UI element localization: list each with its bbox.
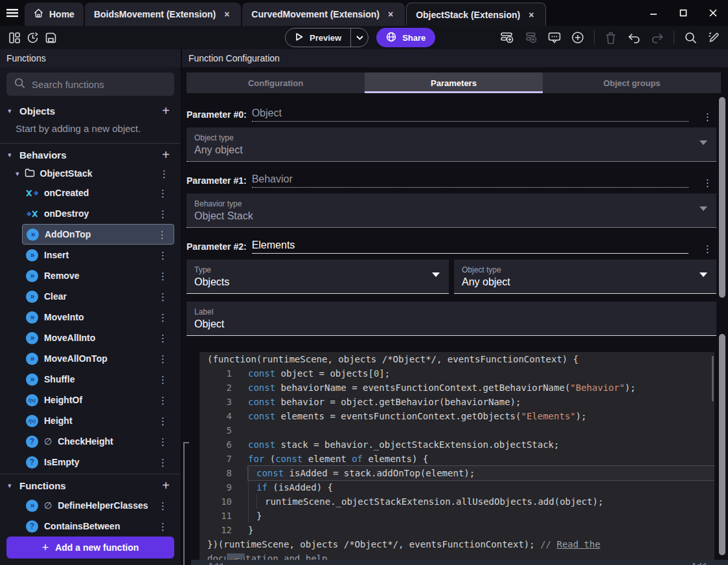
add-button-partial[interactable]: Add... [208,562,229,565]
documentation-link[interactable]: Read the [556,539,600,549]
caret-down-icon[interactable]: ▾ [16,170,19,178]
kebab-menu-icon[interactable]: ⋮ [154,501,172,511]
caret-down-icon[interactable]: ▾ [8,151,14,159]
behavior-folder-objectstack[interactable]: ▾ ObjectStack ⋮ [0,164,181,183]
add-comment-icon[interactable] [545,28,563,47]
kebab-menu-icon[interactable]: ⋮ [154,522,172,531]
undo-icon[interactable] [625,28,643,47]
kebab-menu-icon[interactable]: ⋮ [154,313,172,322]
dropdown-type[interactable]: TypeObjects [187,260,449,294]
dropdown-object-type[interactable]: Object typeAny object [187,127,716,162]
function-item-clear[interactable]: »Clear⋮ [22,286,174,307]
code-line-8[interactable]: 8const isAdded = stack.addOnTop(element)… [199,466,714,480]
delete-icon[interactable] [602,28,620,47]
code-line-12[interactable]: 12} [199,523,714,537]
function-item-containsbetween[interactable]: ?ContainsBetween⋮ [22,516,174,537]
tab-configuration[interactable]: Configuration [187,72,365,93]
add-behavior-button[interactable]: + [159,148,173,162]
events-scrollbar[interactable] [719,334,725,555]
dropdown-object-type[interactable]: Object typeAny object [454,260,716,294]
caret-down-icon[interactable]: ▾ [8,482,14,490]
function-item-remove[interactable]: »Remove⋮ [22,265,174,286]
parameter-name-input[interactable]: Elements [252,239,688,254]
search-functions-input[interactable]: Search functions [6,72,174,96]
history-icon[interactable] [23,28,41,47]
code-line-9[interactable]: 9if (isAdded) { [199,480,714,494]
search-icon[interactable] [681,28,700,47]
share-button[interactable]: Share [376,28,435,47]
kebab-menu-icon[interactable]: ⋮ [154,188,172,198]
kebab-menu-icon[interactable]: ⋮ [699,244,716,254]
tab-curvedmovement-extension-[interactable]: CurvedMovement (Extension)× [242,3,405,26]
kebab-menu-icon[interactable]: ⋮ [154,354,172,364]
function-item-shuffle[interactable]: »Shuffle⋮ [22,369,174,390]
tab-object-groups[interactable]: Object groups [543,72,721,93]
input-label[interactable]: LabelObject [187,302,716,336]
parameter-name-input[interactable]: Object [252,107,688,122]
function-item-heightof[interactable]: f(x)HeightOf⋮ [22,390,174,410]
add-other-event-icon[interactable] [569,28,587,47]
kebab-menu-icon[interactable]: ⋮ [155,169,173,179]
code-line-10[interactable]: 10runtimeScene._objectStackExtension.all… [199,494,714,509]
save-icon[interactable] [41,28,60,47]
edit-pencil-icon[interactable] [705,28,723,47]
function-item-ondestroy[interactable]: onDestroy⋮ [22,203,174,224]
event-drag-handle[interactable] [227,553,245,559]
close-button[interactable] [698,0,728,26]
preview-main[interactable]: Preview [286,32,350,43]
function-item-definehelperclasses[interactable]: »∅DefineHelperClasses⋮ [22,495,174,516]
add-new-function-button[interactable]: + Add a new function [6,537,174,559]
code-line-11[interactable]: 11} [199,509,714,523]
function-item-oncreated[interactable]: onCreated⋮ [22,183,174,203]
preview-button[interactable]: Preview [285,28,369,47]
editor-scrollbar[interactable] [712,356,714,401]
kebab-menu-icon[interactable]: ⋮ [699,112,716,122]
kebab-menu-icon[interactable]: ⋮ [154,395,172,405]
kebab-menu-icon[interactable]: ⋮ [154,250,172,260]
code-line-7[interactable]: 7for (const element of elements) { [199,452,714,466]
kebab-menu-icon[interactable]: ⋮ [154,437,172,447]
kebab-menu-icon[interactable]: ⋮ [154,333,172,343]
function-item-isempty[interactable]: ?IsEmpty⋮ [22,452,174,472]
parameters-scrollbar[interactable] [719,97,725,298]
code-line-6[interactable]: 6const stack = behavior._objectStackExte… [199,438,714,452]
function-item-height[interactable]: f(x)Height⋮ [22,410,174,431]
kebab-menu-icon[interactable]: ⋮ [154,271,172,281]
layout-panels-icon[interactable] [5,28,23,47]
code-line-4[interactable]: 4const elements = eventsFunctionContext.… [199,409,714,423]
behaviors-section-header[interactable]: ▾ Behaviors + [0,145,181,164]
function-item-checkheight[interactable]: ?∅CheckHeight⋮ [22,431,174,452]
code-line-3[interactable]: 3const behavior = object.getBehavior(beh… [199,395,714,409]
function-item-moveallontop[interactable]: »MoveAllOnTop⋮ [22,348,174,369]
minimize-button[interactable] [639,0,668,26]
function-item-addontop[interactable]: »AddOnTop⋮ [22,224,174,245]
function-item-moveinto[interactable]: »MoveInto⋮ [22,307,174,327]
tab-objectstack-extension-[interactable]: ObjectStack (Extension)× [406,3,546,26]
add-object-button[interactable]: + [159,104,173,118]
caret-down-icon[interactable]: ▾ [8,107,14,115]
kebab-menu-icon[interactable]: ⋮ [154,292,172,302]
objects-section-header[interactable]: ▾ Objects + [0,101,181,120]
code-line-5[interactable]: 5 [199,423,714,438]
code-line-2[interactable]: 2const behaviorName = eventsFunctionCont… [199,381,714,395]
dropdown-behavior-type[interactable]: Behavior typeObject Stack [187,194,716,228]
javascript-code-editor[interactable]: (function(runtimeScene, objects /*Object… [199,352,714,565]
kebab-menu-icon[interactable]: ⋮ [154,209,172,219]
add-subevent-icon[interactable] [522,28,540,47]
preview-dropdown-chevron-icon[interactable] [351,36,368,40]
tab-boidsmovement-extension-[interactable]: BoidsMovement (Extension)× [85,3,241,26]
code-line-1[interactable]: 1const object = objects[0]; [199,366,714,381]
add-function-plus-button[interactable]: + [159,478,173,493]
function-item-insert[interactable]: »Insert⋮ [22,245,174,265]
tab-close-icon[interactable]: × [222,8,232,21]
tab-close-icon[interactable]: × [385,8,396,21]
redo-icon[interactable] [648,28,666,47]
tab-close-icon[interactable]: × [526,8,536,21]
kebab-menu-icon[interactable]: ⋮ [699,178,716,188]
function-item-moveallinto[interactable]: »MoveAllInto⋮ [22,327,174,348]
functions-section-header[interactable]: ▾ Functions + [0,476,181,495]
add-button-partial[interactable]: Add... [691,562,712,565]
kebab-menu-icon[interactable]: ⋮ [154,458,172,467]
kebab-menu-icon[interactable]: ⋮ [154,416,172,426]
add-event-icon[interactable] [499,28,517,47]
